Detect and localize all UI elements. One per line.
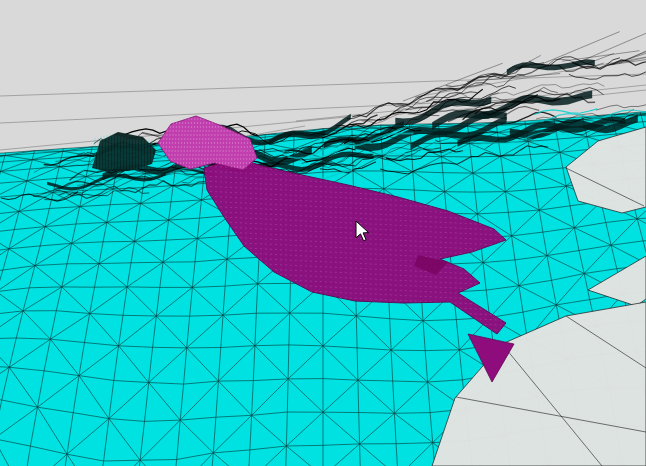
viewport-canvas[interactable] — [0, 0, 646, 466]
viewport[interactable] — [0, 0, 646, 466]
